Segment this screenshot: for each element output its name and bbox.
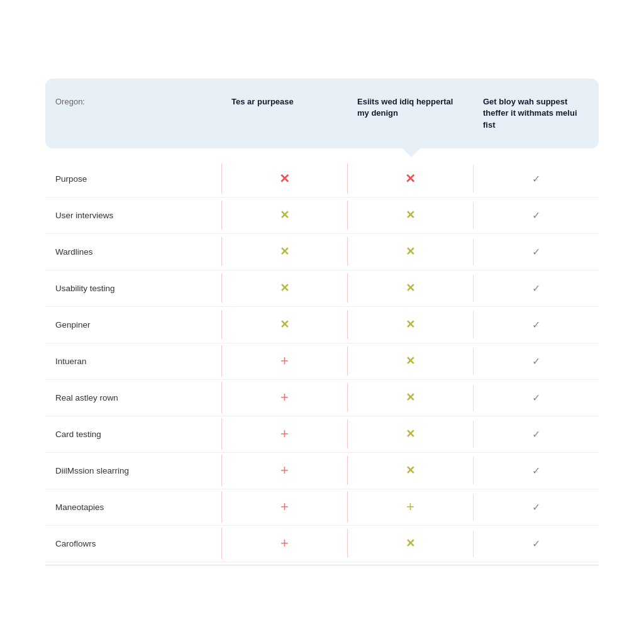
table-row: Caroflowrs + ✕ ✓ [45, 526, 599, 562]
row-label: User interviews [45, 203, 221, 228]
plus-red-icon: + [280, 462, 289, 479]
row-cell-col3: ✓ [473, 202, 599, 229]
table-row: Card testing + ✕ ✓ [45, 416, 599, 453]
x-yellow-icon: ✕ [406, 391, 415, 404]
row-cell-col1: ✕ [221, 274, 347, 303]
row-cell-col2: ✕ [347, 164, 473, 194]
row-label: Wardlines [45, 240, 221, 264]
table-row: User interviews ✕ ✕ ✓ [45, 197, 599, 234]
table-header: Oregon: Tes ar purpease Esiits wed idiq … [45, 79, 599, 148]
x-yellow-icon: ✕ [280, 281, 289, 295]
x-yellow-icon: ✕ [406, 464, 415, 477]
x-red-icon: ✕ [405, 171, 416, 186]
row-cell-col2: ✕ [347, 529, 473, 558]
row-label: Intueran [45, 349, 221, 374]
table-row: Wardlines ✕ ✕ ✓ [45, 234, 599, 270]
table-row: Purpose ✕ ✕ ✓ [45, 161, 599, 197]
row-cell-col1: ✕ [221, 201, 347, 230]
table-row: DiilMssion slearring + ✕ ✓ [45, 453, 599, 489]
x-yellow-icon: ✕ [406, 536, 415, 550]
check-icon: ✓ [532, 282, 540, 294]
row-label: Real astley rown [45, 386, 221, 410]
row-cell-col1: + [221, 455, 347, 486]
row-cell-col3: ✓ [473, 275, 599, 302]
row-cell-col2: ✕ [347, 201, 473, 230]
row-label: Card testing [45, 422, 221, 447]
plus-yellow-icon: + [406, 499, 414, 515]
row-label: Purpose [45, 167, 221, 191]
row-cell-col2: ✕ [347, 456, 473, 485]
row-cell-col1: ✕ [221, 164, 347, 194]
row-cell-col3: ✓ [473, 165, 599, 192]
check-icon: ✓ [532, 319, 540, 331]
row-cell-col2: ✕ [347, 274, 473, 303]
x-yellow-icon: ✕ [406, 281, 415, 295]
row-cell-col3: ✓ [473, 238, 599, 265]
table-row: Maneotapies + + ✓ [45, 489, 599, 526]
x-yellow-icon: ✕ [406, 427, 415, 441]
row-cell-col1: ✕ [221, 237, 347, 266]
plus-red-icon: + [280, 426, 289, 442]
check-icon: ✓ [532, 501, 540, 513]
header-col2: Esiits wed idiq heppertal my denign [347, 91, 473, 136]
row-cell-col1: + [221, 418, 347, 450]
row-cell-col2: ✕ [347, 419, 473, 448]
check-icon: ✓ [532, 538, 540, 550]
row-label: Usability testing [45, 276, 221, 301]
header-col3: Get bloy wah suppest theffer it withmats… [473, 91, 599, 136]
check-icon: ✓ [532, 173, 540, 185]
table-row: Real astley rown + ✕ ✓ [45, 380, 599, 416]
x-yellow-icon: ✕ [406, 354, 415, 368]
row-cell-col2: ✕ [347, 383, 473, 412]
check-icon: ✓ [532, 355, 540, 367]
table-row: Genpiner ✕ ✕ ✓ [45, 307, 599, 343]
row-label: Maneotapies [45, 495, 221, 519]
row-cell-col3: ✓ [473, 530, 599, 557]
table-body: Purpose ✕ ✕ ✓ User interviews ✕ ✕ ✓ Ward… [45, 161, 599, 562]
row-cell-col1: + [221, 491, 347, 523]
table-row: Intueran + ✕ ✓ [45, 343, 599, 380]
row-cell-col2: ✕ [347, 310, 473, 339]
row-cell-col3: ✓ [473, 311, 599, 338]
row-cell-col3: ✓ [473, 494, 599, 521]
check-icon: ✓ [532, 465, 540, 477]
plus-red-icon: + [280, 389, 289, 406]
check-icon: ✓ [532, 428, 540, 440]
table-divider [45, 565, 599, 565]
plus-red-icon: + [280, 499, 289, 515]
row-cell-col1: + [221, 528, 347, 559]
plus-red-icon: + [280, 535, 289, 552]
x-yellow-icon: ✕ [406, 318, 415, 331]
x-yellow-icon: ✕ [406, 208, 415, 222]
row-cell-col3: ✓ [473, 384, 599, 411]
row-cell-col2: + [347, 491, 473, 523]
check-icon: ✓ [532, 246, 540, 258]
table-row: Usability testing ✕ ✕ ✓ [45, 270, 599, 307]
x-yellow-icon: ✕ [406, 245, 415, 258]
header-col0: Oregon: [45, 91, 221, 136]
row-cell-col1: + [221, 382, 347, 413]
row-cell-col3: ✓ [473, 457, 599, 484]
row-label: Caroflowrs [45, 531, 221, 556]
row-cell-col2: ✕ [347, 237, 473, 266]
row-cell-col2: ✕ [347, 347, 473, 375]
row-cell-col3: ✓ [473, 348, 599, 375]
x-red-icon: ✕ [279, 171, 290, 186]
comparison-table: Oregon: Tes ar purpease Esiits wed idiq … [45, 79, 599, 565]
x-yellow-icon: ✕ [280, 245, 289, 258]
x-yellow-icon: ✕ [280, 208, 289, 222]
row-cell-col1: ✕ [221, 310, 347, 339]
row-label: Genpiner [45, 313, 221, 337]
row-cell-col3: ✓ [473, 421, 599, 448]
plus-red-icon: + [280, 353, 289, 369]
x-yellow-icon: ✕ [280, 318, 289, 331]
row-label: DiilMssion slearring [45, 458, 221, 483]
header-col1: Tes ar purpease [221, 91, 347, 136]
row-cell-col1: + [221, 345, 347, 377]
check-icon: ✓ [532, 392, 540, 404]
check-icon: ✓ [532, 209, 540, 221]
